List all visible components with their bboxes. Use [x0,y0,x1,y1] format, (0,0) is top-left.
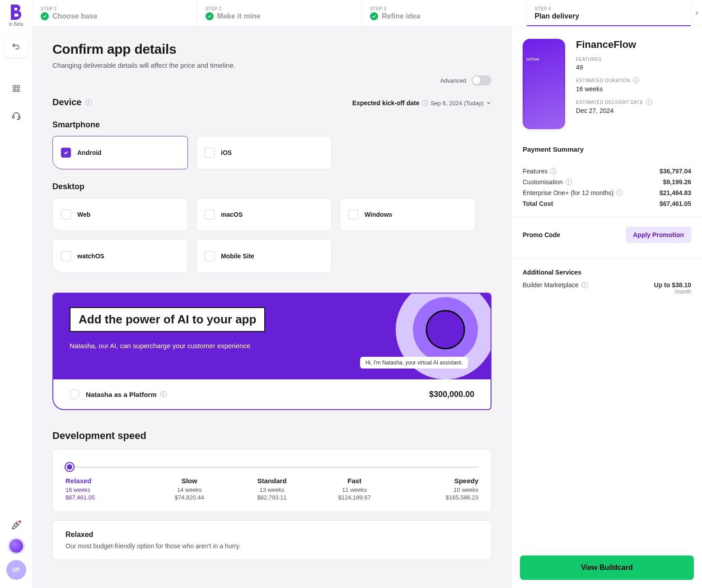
duration-label: ESTIMATED DURATION [576,78,630,83]
speed-name: Slow [148,477,231,485]
checkbox-icon [61,210,71,219]
app-preview-thumbnail[interactable]: ceFlow [523,39,565,129]
speed-price: $74,820.44 [148,494,231,501]
summary-row-value: $21,464.83 [660,189,691,196]
summary-total-value: $67,461.05 [660,200,691,207]
device-card-macos[interactable]: macOS [196,198,332,231]
device-card-windows[interactable]: Windows [340,198,475,231]
speed-option-relaxed[interactable]: Relaxed 16 weeks $67,461.05 [66,477,148,501]
speed-weeks: 13 weeks [231,486,314,493]
speed-name: Relaxed [66,477,148,485]
device-card-ios[interactable]: iOS [196,136,332,169]
kickoff-date-picker[interactable]: Sep 6, 2024 (Today) [431,100,491,107]
step-label: STEP 1 [41,6,189,11]
promo-code-label: Promo Code [523,231,560,238]
info-icon[interactable]: i [160,391,167,397]
kickoff-value: Sep 6, 2024 (Today) [431,100,483,107]
check-icon [370,12,378,20]
info-icon[interactable]: i [633,77,639,84]
additional-services-head: Additional Services [523,269,691,276]
additional-service-value: Up to $38.10 [654,281,691,289]
step-make-it-mine[interactable]: STEP 2 Make it mine [197,0,362,26]
step-plan-delivery[interactable]: STEP 4 Plan delivery [527,0,692,26]
speed-desc-title: Relaxed [66,531,478,539]
headset-icon[interactable] [5,104,28,127]
summary-total-row: Total Cost $67,461.05 [523,200,691,207]
payment-summary-head: Payment Summary [523,145,691,153]
logo[interactable]: In Beta [9,5,23,27]
step-title: Choose base [52,12,98,20]
speed-option-slow[interactable]: Slow 14 weeks $74,820.44 [148,477,231,501]
rocket-icon[interactable] [11,520,21,532]
summary-sidebar: ceFlow FinanceFlow FEATURES 49 ESTIMATED… [511,26,702,588]
device-card-web[interactable]: Web [52,198,188,231]
chevron-right-icon[interactable] [691,0,702,26]
step-refine-idea[interactable]: STEP 3 Refine idea [362,0,527,26]
step-choose-base[interactable]: STEP 1 Choose base [33,0,197,26]
user-avatar[interactable]: UP [6,560,26,580]
check-icon [206,12,214,20]
radio-icon[interactable] [70,389,80,399]
speed-name: Standard [231,477,314,485]
svg-rect-3 [17,89,19,92]
notification-dot [18,519,22,524]
device-card-android[interactable]: Android [52,136,188,169]
device-card-watchos[interactable]: watchOS [52,239,188,273]
assistant-orb[interactable] [9,539,23,553]
svg-rect-4 [12,116,14,118]
speed-description: Relaxed Our most budget-friendly option … [52,520,491,560]
speed-option-speedy[interactable]: Speedy 10 weeks $165,586.23 [396,477,478,501]
logo-subtitle: In Beta [9,22,23,27]
ai-option-label: Natasha as a Platform [86,391,157,398]
summary-total-label: Total Cost [523,200,553,207]
speed-option-fast[interactable]: Fast 11 weeks $124,189.67 [313,477,396,501]
speed-name: Speedy [396,477,478,485]
step-label: STEP 2 [206,6,354,11]
duration-value: 16 weeks [576,85,691,93]
features-label: FEATURES [576,57,691,62]
speed-price: $82,793.11 [231,494,314,501]
svg-rect-1 [17,85,19,88]
device-label: Web [77,211,90,218]
info-icon[interactable]: i [646,99,652,105]
summary-row-value: $36,797.04 [660,168,691,175]
step-label: STEP 4 [535,6,683,11]
svg-point-6 [16,523,17,524]
step-label: STEP 3 [370,6,518,11]
info-icon[interactable]: i [85,99,92,106]
summary-row-value: $9,199.26 [663,178,691,186]
delivery-label: ESTIMATED DELIVERY DATE [576,100,643,105]
info-icon[interactable]: i [566,179,572,185]
svg-rect-0 [13,85,15,88]
svg-rect-2 [13,89,15,92]
speed-section-title: Development speed [52,430,491,442]
summary-row: Customisationi $9,199.26 [523,178,691,186]
additional-service-label: Builder Marketplace [523,281,579,289]
grid-icon[interactable] [5,77,28,100]
summary-row-label: Features [523,168,548,175]
device-label: Windows [365,211,392,218]
ai-option-price: $300,000.00 [429,390,474,399]
slider-thumb[interactable] [66,463,74,471]
device-card-mobile-site[interactable]: Mobile Site [196,239,332,273]
info-icon[interactable]: i [581,282,588,288]
view-buildcard-button[interactable]: View Buildcard [520,555,694,580]
kickoff-block: Expected kick-off date i Sep 6, 2024 (To… [352,98,491,107]
undo-button[interactable] [5,35,28,57]
apply-promotion-button[interactable]: Apply Promotion [626,227,691,243]
advanced-toggle[interactable] [472,75,491,85]
step-title: Refine idea [382,12,420,20]
additional-service-period: /month [654,289,691,295]
speed-weeks: 16 weeks [66,486,148,493]
info-icon[interactable]: i [550,168,557,174]
ai-speech-bubble: Hi, I'm Natasha, your virtual AI assista… [360,357,468,369]
speed-option-standard[interactable]: Standard 13 weeks $82,793.11 [231,477,314,501]
speed-weeks: 10 weeks [396,486,478,493]
speed-slider[interactable] [66,467,478,468]
info-icon[interactable]: i [616,190,622,196]
info-icon[interactable]: i [422,100,428,106]
speed-weeks: 11 weeks [313,486,396,493]
ai-banner-title: Add the power of AI to your app [70,307,265,332]
summary-row-label: Enterprise One+ (for 12 months) [523,189,613,196]
device-label: macOS [221,211,243,218]
